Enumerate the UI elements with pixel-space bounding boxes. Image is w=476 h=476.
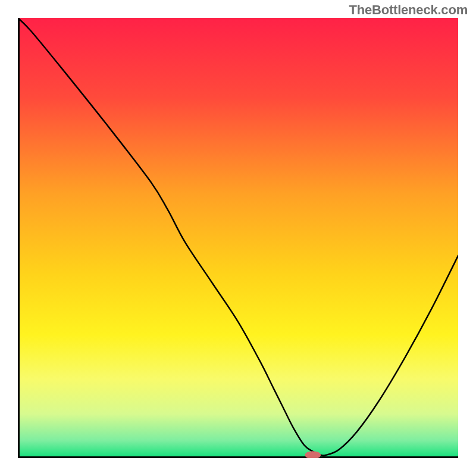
chart-container: TheBottleneck.com — [0, 0, 476, 476]
chart-background — [18, 18, 458, 458]
plot-area — [18, 18, 458, 458]
watermark-text: TheBottleneck.com — [349, 2, 468, 18]
chart-svg — [18, 18, 458, 458]
